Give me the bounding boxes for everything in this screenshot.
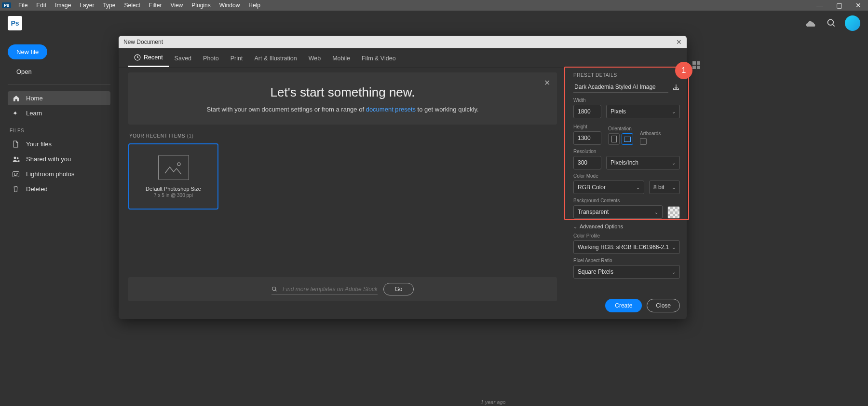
height-input[interactable] bbox=[573, 131, 601, 145]
nav-lightroom[interactable]: Lr Lightroom photos bbox=[8, 167, 110, 181]
open-button[interactable]: Open bbox=[8, 64, 41, 79]
nav-deleted[interactable]: Deleted bbox=[8, 182, 110, 196]
resolution-input[interactable] bbox=[573, 156, 601, 169]
bg-swatch[interactable] bbox=[667, 206, 680, 219]
cloud-icon[interactable] bbox=[804, 16, 818, 30]
new-document-dialog: New Document ✕ Recent Saved Photo Print … bbox=[119, 36, 687, 319]
menu-edit[interactable]: Edit bbox=[32, 2, 51, 9]
save-preset-icon[interactable] bbox=[672, 84, 680, 91]
search-icon[interactable] bbox=[825, 16, 838, 30]
nav-learn[interactable]: ✦ Learn bbox=[8, 106, 110, 120]
width-unit-select[interactable]: Pixels⌄ bbox=[606, 105, 680, 118]
document-presets-link[interactable]: document presets bbox=[366, 106, 416, 113]
trash-icon bbox=[13, 185, 21, 193]
preset-card-title: Default Photoshop Size bbox=[146, 186, 201, 192]
window-minimize[interactable]: — bbox=[810, 1, 829, 9]
intro-banner: ✕ Let's start something new. Start with … bbox=[128, 72, 557, 125]
tab-art[interactable]: Art & Illustration bbox=[248, 50, 302, 67]
svg-rect-10 bbox=[692, 66, 696, 69]
new-file-button[interactable]: New file bbox=[8, 44, 47, 59]
view-grid-icon[interactable] bbox=[692, 61, 701, 70]
preset-thumbnail bbox=[158, 155, 189, 180]
dialog-close-button[interactable]: ✕ bbox=[676, 38, 682, 46]
home-sidebar: New file Open Home ✦ Learn FILES Your fi… bbox=[0, 36, 118, 406]
chevron-down-icon: ⌄ bbox=[672, 109, 676, 114]
chevron-down-icon: ⌄ bbox=[672, 185, 676, 190]
nav-label: Home bbox=[26, 95, 43, 102]
nav-your-files[interactable]: Your files bbox=[8, 137, 110, 151]
svg-rect-11 bbox=[697, 66, 700, 69]
bg-contents-select[interactable]: Transparent⌄ bbox=[573, 205, 663, 219]
chevron-down-icon: ⌄ bbox=[672, 269, 676, 275]
window-maximize[interactable]: ▢ bbox=[829, 1, 849, 9]
svg-point-2 bbox=[14, 157, 16, 159]
go-button[interactable]: Go bbox=[383, 283, 413, 295]
tab-saved[interactable]: Saved bbox=[169, 50, 197, 67]
menu-help[interactable]: Help bbox=[244, 2, 265, 9]
tab-photo[interactable]: Photo bbox=[197, 50, 225, 67]
menu-filter[interactable]: Filter bbox=[145, 2, 166, 9]
recent-preset-card[interactable]: Default Photoshop Size 7 x 5 in @ 300 pp… bbox=[128, 143, 218, 210]
create-button[interactable]: Create bbox=[605, 299, 642, 312]
artboards-label: Artboards bbox=[640, 131, 661, 136]
home-icon bbox=[13, 95, 21, 102]
svg-line-1 bbox=[833, 25, 835, 27]
app-badge: Ps bbox=[2, 2, 11, 8]
orientation-portrait[interactable] bbox=[608, 133, 620, 145]
app-header: Ps bbox=[0, 11, 868, 36]
tab-film[interactable]: Film & Video bbox=[356, 50, 402, 67]
tab-recent[interactable]: Recent bbox=[128, 49, 169, 67]
menu-plugins[interactable]: Plugins bbox=[187, 2, 215, 9]
sparkle-icon: ✦ bbox=[13, 110, 21, 117]
color-profile-select[interactable]: Working RGB: sRGB IEC61966-2.1⌄ bbox=[573, 240, 680, 254]
chevron-down-icon: ⌄ bbox=[654, 210, 658, 215]
window-close[interactable]: ✕ bbox=[849, 1, 868, 9]
resolution-unit-select[interactable]: Pixels/Inch⌄ bbox=[606, 156, 680, 169]
menu-image[interactable]: Image bbox=[51, 2, 75, 9]
svg-point-0 bbox=[828, 20, 834, 26]
bit-depth-select[interactable]: 8 bit⌄ bbox=[649, 181, 680, 194]
banner-text: Start with your own document settings or… bbox=[138, 106, 547, 113]
color-mode-select[interactable]: RGB Color⌄ bbox=[573, 181, 644, 194]
chevron-down-icon: ⌄ bbox=[636, 185, 640, 190]
height-label: Height bbox=[573, 124, 601, 129]
par-select[interactable]: Square Pixels⌄ bbox=[573, 265, 680, 279]
close-button[interactable]: Close bbox=[647, 299, 680, 312]
tab-web[interactable]: Web bbox=[303, 50, 326, 67]
nav-shared[interactable]: Shared with you bbox=[8, 152, 110, 166]
menu-layer[interactable]: Layer bbox=[75, 2, 98, 9]
stock-search-input[interactable] bbox=[283, 286, 378, 293]
content-area: New Document ✕ Recent Saved Photo Print … bbox=[118, 36, 868, 406]
menu-view[interactable]: View bbox=[166, 2, 187, 9]
artboards-checkbox[interactable] bbox=[640, 138, 647, 145]
nav-label: Learn bbox=[26, 110, 42, 117]
preset-name-input[interactable] bbox=[573, 82, 668, 93]
files-section-label: FILES bbox=[10, 128, 110, 133]
banner-close[interactable]: ✕ bbox=[544, 78, 550, 87]
orientation-label: Orientation bbox=[608, 126, 633, 131]
bg-contents-label: Background Contents bbox=[573, 198, 680, 203]
search-icon bbox=[271, 286, 278, 293]
recent-items-label: YOUR RECENT ITEMS (1) bbox=[129, 133, 557, 139]
footer-timestamp: 1 year ago bbox=[481, 399, 506, 405]
nav-label: Your files bbox=[26, 140, 52, 148]
orientation-landscape[interactable] bbox=[622, 133, 633, 145]
menu-select[interactable]: Select bbox=[120, 2, 144, 9]
user-avatar[interactable] bbox=[845, 15, 860, 31]
menu-type[interactable]: Type bbox=[98, 2, 120, 9]
width-input[interactable] bbox=[573, 105, 601, 118]
advanced-options-toggle[interactable]: ⌄Advanced Options bbox=[573, 224, 680, 229]
menu-window[interactable]: Window bbox=[215, 2, 244, 9]
chevron-down-icon: ⌄ bbox=[573, 224, 577, 229]
nav-home[interactable]: Home bbox=[8, 91, 110, 105]
dialog-title: New Document bbox=[123, 39, 163, 45]
ps-logo: Ps bbox=[8, 16, 22, 30]
svg-rect-8 bbox=[692, 61, 696, 65]
chevron-down-icon: ⌄ bbox=[672, 245, 676, 250]
chevron-down-icon: ⌄ bbox=[672, 160, 676, 166]
nav-label: Deleted bbox=[26, 185, 48, 193]
file-icon bbox=[13, 140, 21, 148]
tab-print[interactable]: Print bbox=[225, 50, 249, 67]
menu-file[interactable]: File bbox=[14, 2, 32, 9]
tab-mobile[interactable]: Mobile bbox=[326, 50, 356, 67]
